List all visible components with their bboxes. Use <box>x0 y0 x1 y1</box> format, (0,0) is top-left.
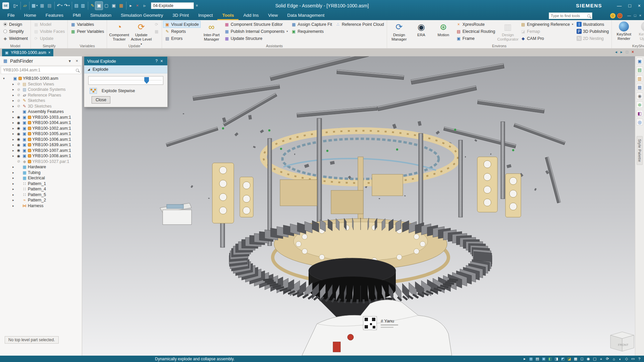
sketch-display-icon[interactable]: ▦ <box>528 356 534 362</box>
tree-item[interactable]: ▸ ≈ Pattern_2 <box>2 197 82 203</box>
explode-slider-handle[interactable] <box>144 77 149 84</box>
femap-button[interactable]: ◪ Femap <box>519 28 575 35</box>
select-arrow-icon[interactable]: ▸ <box>522 356 527 362</box>
doc-close-button[interactable]: × <box>639 13 641 17</box>
expand-arrow-icon[interactable]: ▸ <box>11 204 15 207</box>
design-radio[interactable]: Design <box>1 21 30 28</box>
expand-arrow-icon[interactable]: ▸ <box>11 82 15 86</box>
library-tab-icon[interactable]: ▥ <box>636 75 643 82</box>
doc-restore-button[interactable]: □ <box>634 13 636 17</box>
pathfinder-tab-icon[interactable]: ▤ <box>636 66 643 73</box>
cam-pro-button[interactable]: ◆ CAM Pro <box>519 35 575 42</box>
fit-icon[interactable]: ▢ <box>592 356 597 362</box>
visibility-eye-icon[interactable]: ⊘ <box>16 159 21 164</box>
next-document-button[interactable]: ▸ <box>621 50 623 54</box>
menu-tab[interactable]: Features <box>41 11 68 20</box>
update-active-level-button[interactable]: ⟳ Update Active Level <box>130 21 152 46</box>
expand-arrow-icon[interactable]: ▸ <box>11 116 15 119</box>
engineering-reference-button[interactable]: ▤ Engineering Reference <box>519 21 575 28</box>
reports-button[interactable]: ✎ Reports <box>163 28 200 35</box>
tree-item[interactable]: ▸ ⊘ ▤ Section Views <box>2 81 82 87</box>
minimize-button[interactable]: — <box>617 3 622 8</box>
style-palette-tab[interactable]: Style Palette <box>637 136 643 165</box>
peer-variables-button[interactable]: ▦ Peer Variables <box>69 28 106 35</box>
expand-arrow-icon[interactable]: ▸ <box>11 132 15 135</box>
new-button[interactable]: ▯ <box>12 2 19 10</box>
expand-arrow-icon[interactable]: ▸ <box>11 121 15 124</box>
screen-layout-icon[interactable]: ▭ <box>630 356 636 362</box>
expand-arrow-icon[interactable]: ▸ <box>11 99 15 102</box>
expand-arrow-icon[interactable]: ▸ <box>11 110 15 113</box>
requirements-button[interactable]: ▣ Requirements <box>289 28 334 35</box>
era-button[interactable]: ◉ ERA <box>410 21 432 37</box>
expand-arrow-icon[interactable]: ▸ <box>11 193 15 196</box>
doc-minimize-button[interactable]: — <box>627 13 631 17</box>
visibility-eye-icon[interactable]: ◉ <box>16 148 21 153</box>
dialog-help-button[interactable]: ? <box>154 59 159 63</box>
tree-item[interactable]: ▸ ◉ ▣ YRB100-1007.asm:1 <box>2 148 82 154</box>
zoom-area-icon[interactable]: ◻ <box>579 356 585 362</box>
design-configurator-button[interactable]: ▥ Design Configurator <box>497 21 519 42</box>
visibility-eye-icon[interactable]: ◉ <box>16 143 21 147</box>
save-all-button[interactable]: ▦ <box>38 2 46 10</box>
named-views-icon[interactable]: ⌂ <box>611 356 616 362</box>
tree-item[interactable]: ⊘ ◆ YRB100-1027.par:1 <box>2 159 82 165</box>
simplify-radio[interactable]: Simplify <box>1 28 30 35</box>
update-structure-button[interactable]: ▦ Update Structure <box>223 35 290 42</box>
inter-part-manager-button[interactable]: ∞ Inter-Part Manager <box>201 21 223 42</box>
tree-item[interactable]: ▸ ⊘ ✎ Sketches <box>2 98 82 104</box>
hide-components-button[interactable]: ▢ <box>103 2 110 10</box>
tree-item[interactable]: ▸ ◉ ▣ YRB100-1008.asm:1 <box>2 153 82 159</box>
front-view-cube[interactable]: FRONT <box>610 332 634 351</box>
feedback-sad-icon[interactable]: ☹ <box>617 13 623 18</box>
expand-arrow-icon[interactable]: ▸ <box>11 171 15 174</box>
expand-arrow-icon[interactable]: ▸ <box>11 105 15 108</box>
display-configurations-button[interactable]: ▣ <box>95 2 103 10</box>
explode-stepwise-icon[interactable] <box>90 88 97 94</box>
save-button[interactable]: ▦ <box>29 2 38 10</box>
visibility-eye-icon[interactable]: ⊘ <box>16 82 21 86</box>
visibility-eye-icon[interactable]: ⊘ <box>16 99 21 103</box>
update-all-button[interactable]: ⟳ <box>152 21 161 27</box>
tree-item[interactable]: ▸ ▦ Electrical <box>2 175 82 181</box>
perspective-icon[interactable]: ◇ <box>624 356 629 362</box>
menu-tab[interactable]: Add Ins <box>238 11 263 20</box>
publish-internal-components-button[interactable]: ▦ Publish Internal Components <box>223 28 290 35</box>
expand-arrow-icon[interactable]: ▸ <box>11 138 15 141</box>
expand-arrow-icon[interactable]: ▾ <box>2 77 6 80</box>
3d-publishing-button[interactable]: P 3D Publishing <box>575 28 610 35</box>
keyshot-update-button[interactable]: KeyShot Update <box>635 21 644 41</box>
close-document-button[interactable]: × <box>632 50 634 54</box>
restore-button[interactable]: □ <box>628 3 631 8</box>
menu-tab[interactable]: Home <box>19 11 41 20</box>
tree-item[interactable]: ▸ ∷ Pattern_1 <box>2 181 82 187</box>
weldment-button[interactable]: ◆ Weldment <box>1 35 30 42</box>
visibility-eye-icon[interactable]: ⊘ <box>16 93 21 97</box>
visibility-eye-icon[interactable]: ⊘ <box>16 104 21 108</box>
sketches-display-icon[interactable]: ◪ <box>567 356 572 362</box>
tree-item[interactable]: ▸ ⊘ ▨ Coordinate Systems <box>2 87 82 93</box>
expand-arrow-icon[interactable]: ▸ <box>11 187 15 191</box>
component-structure-editor-button[interactable]: ▦ Component Structure Editor <box>223 21 290 28</box>
visible-faces-button[interactable]: ▤ Visible Faces <box>32 28 66 35</box>
tree-item[interactable]: ▸ ▣ Assembly Features <box>2 109 82 115</box>
visibility-eye-icon[interactable]: ◉ <box>16 126 21 130</box>
menu-tab[interactable]: Data Management <box>282 11 329 20</box>
app-logo-icon[interactable]: SE <box>2 2 9 9</box>
zoom-icon[interactable]: ◉ <box>586 356 591 362</box>
rotate-icon[interactable]: ⟳ <box>605 356 610 362</box>
customize-qat-icon[interactable]: ≡ <box>196 4 198 7</box>
tree-item[interactable]: ▸ ⋈ Harness <box>2 203 82 209</box>
find-tools-input[interactable] <box>551 14 586 18</box>
coordinate-display-icon[interactable]: ◨ <box>554 356 559 362</box>
visibility-eye-icon[interactable]: ◉ <box>16 121 21 125</box>
construction-display-icon[interactable]: ◧ <box>547 356 553 362</box>
pan-icon[interactable]: + <box>598 356 604 362</box>
menu-tab[interactable]: PMI <box>68 11 86 20</box>
frame-button[interactable]: ▣ Frame <box>454 35 497 42</box>
dialog-close-icon[interactable]: × <box>159 58 164 64</box>
expand-arrow-icon[interactable]: ▸ <box>11 143 15 146</box>
print-button[interactable]: ▤ <box>46 2 53 10</box>
tree-item[interactable]: ▸ ⊘ ✎ 3D Sketches <box>2 104 82 109</box>
keyshot-render-button[interactable]: KeyShot Render <box>613 21 635 41</box>
